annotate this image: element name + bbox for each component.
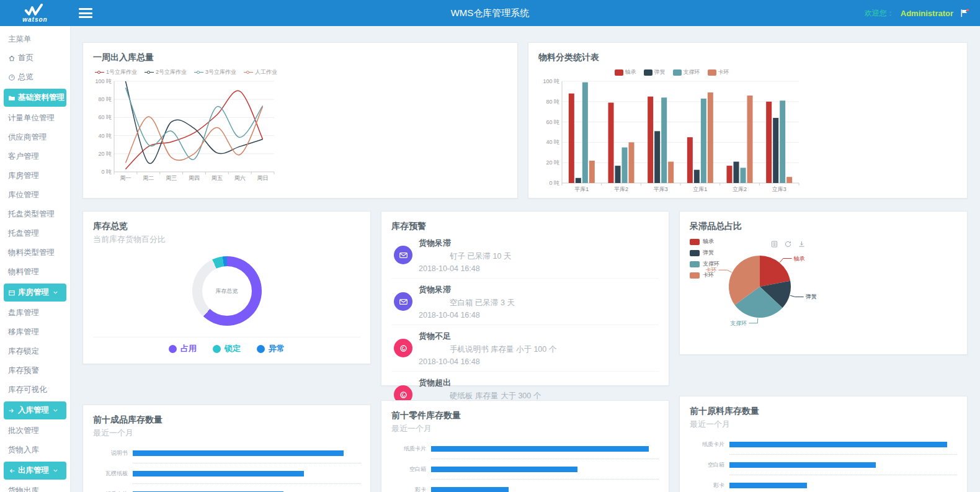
inventory-donut-chart[interactable]: 库存总览: [93, 245, 360, 337]
material-legend: 轴承弹簧支撑环卡环: [538, 68, 805, 76]
sidebar-item-12[interactable]: 库房管理: [4, 284, 66, 302]
sidebar-item-4[interactable]: 供应商管理: [0, 128, 70, 147]
sidebar-item-18[interactable]: 入库管理: [4, 401, 66, 419]
sidebar-item-9[interactable]: 托盘管理: [0, 224, 70, 243]
alert-title: 货物呆滞: [419, 238, 511, 249]
sidebar-item-20[interactable]: 货物入库: [0, 441, 70, 460]
alert-title: 货物超出: [419, 377, 541, 388]
legend-item[interactable]: 1号立库作业: [95, 68, 137, 76]
hbar-bar[interactable]: [729, 442, 947, 447]
hbar-divider: [133, 463, 360, 463]
weekly-io-line-chart[interactable]: 0 吨20 吨40 吨60 吨80 吨100 吨周一周二周三周四周五周六周日: [93, 76, 279, 187]
sidebar-item-22[interactable]: 货物出库: [0, 481, 70, 492]
legend-item[interactable]: 轴承: [615, 68, 636, 76]
hbar-bar[interactable]: [431, 467, 577, 472]
bar-平库1-弹簧: [576, 178, 581, 183]
sidebar-item-17[interactable]: 库存可视化: [0, 380, 70, 400]
sidebar-item-label: 移库管理: [8, 327, 39, 338]
svg-text:周二: 周二: [143, 175, 154, 181]
top-raw-bar-chart[interactable]: 纸质卡片空白箱彩卡说明书: [690, 439, 957, 492]
legend-item[interactable]: 支撑环: [673, 68, 700, 76]
svg-text:周四: 周四: [189, 175, 200, 181]
sidebar-item-8[interactable]: 托盘类型管理: [0, 205, 70, 224]
legend-item-卡环[interactable]: 卡环: [690, 271, 719, 279]
stagnant-pie-chart[interactable]: 轴承弹簧支撑环卡环: [690, 232, 956, 336]
hbar-bar[interactable]: [431, 487, 509, 492]
svg-text:周六: 周六: [234, 175, 246, 181]
sidebar-item-label: 库房管理: [8, 171, 39, 181]
sidebar-item-6[interactable]: 库房管理: [0, 166, 70, 186]
legend-item[interactable]: 2号立库作业: [145, 68, 187, 76]
bar-立库2-轴承: [727, 166, 733, 183]
notification-flag-icon[interactable]: [960, 8, 970, 18]
hbar-label: 纸质卡片: [690, 441, 724, 449]
app-logo[interactable]: watson: [0, 0, 70, 26]
data-view-icon[interactable]: [770, 240, 778, 248]
alert-row[interactable]: 货物不足手机说明书 库存量 小于 100 个2018-10-04 16:48: [391, 324, 659, 371]
alert-list: 货物呆滞钉子 已呆滞 10 天2018-10-04 16:48货物呆滞空白箱 已…: [391, 232, 659, 418]
sidebar-item-2[interactable]: 基础资料管理: [4, 89, 66, 107]
sidebar-item-21[interactable]: 出库管理: [4, 462, 66, 480]
svg-text:100 吨: 100 吨: [543, 78, 559, 84]
envelope-icon: [394, 246, 412, 264]
top-finished-bar-chart[interactable]: 说明书瓦楞纸板纸质卡片空白箱: [93, 447, 360, 492]
card-stock-alerts: 库存预警 货物呆滞钉子 已呆滞 10 天2018-10-04 16:48货物呆滞…: [381, 211, 669, 386]
svg-text:60 吨: 60 吨: [98, 114, 112, 120]
hbar-bar[interactable]: [729, 483, 807, 488]
hbar-label: 彩卡: [391, 486, 426, 492]
sidebar-item-1[interactable]: 总览: [0, 68, 70, 87]
card-title-top-finished: 前十成品库存数量: [93, 414, 360, 426]
legend-item[interactable]: 弹簧: [644, 68, 666, 76]
legend-item-异常[interactable]: 异常: [257, 343, 285, 354]
sidebar-item-10[interactable]: 物料类型管理: [0, 243, 70, 262]
hbar-row: 纸质卡片: [690, 439, 957, 450]
alert-row[interactable]: 货物呆滞钉子 已呆滞 10 天2018-10-04 16:48: [391, 232, 659, 278]
sidebar-item-14[interactable]: 移库管理: [0, 323, 70, 342]
legend-item-支撑环[interactable]: 支撑环: [690, 260, 719, 268]
sidebar-item-13[interactable]: 盘库管理: [0, 303, 70, 323]
hbar-bar[interactable]: [729, 462, 876, 468]
sidebar-item-11[interactable]: 物料管理: [0, 262, 70, 282]
sidebar-item-15[interactable]: 库存锁定: [0, 342, 70, 361]
line-series-1号立库作业: [125, 91, 262, 169]
hbar-bar[interactable]: [133, 471, 304, 476]
hamburger-menu-icon[interactable]: [79, 8, 92, 18]
hbar-bar[interactable]: [133, 450, 344, 456]
legend-item[interactable]: 3号立库作业: [194, 68, 236, 76]
sidebar-item-16[interactable]: 库存预警: [0, 361, 70, 380]
legend-item-锁定[interactable]: 锁定: [213, 343, 241, 354]
legend-item[interactable]: 卡环: [708, 68, 729, 76]
download-icon[interactable]: [798, 240, 806, 248]
legend-item[interactable]: 人工作业: [244, 68, 277, 76]
donut-center-label: 库存总览: [216, 287, 238, 295]
card-title-material: 物料分类统计表: [538, 52, 957, 63]
sidebar-item-5[interactable]: 客户管理: [0, 147, 70, 166]
current-username[interactable]: Administrator: [901, 9, 953, 18]
sidebar-item-label: 托盘类型管理: [8, 209, 55, 220]
material-bar-chart[interactable]: 0 吨20 吨40 吨60 吨80 吨100 吨平库1平库2平库3立库1立库2立…: [538, 76, 805, 198]
sidebar-item-3[interactable]: 计量单位管理: [0, 109, 70, 128]
alert-title: 货物呆滞: [419, 284, 515, 295]
bar-立库2-支撑环: [741, 168, 746, 183]
legend-item-轴承[interactable]: 轴承: [690, 238, 719, 246]
alert-row[interactable]: 货物呆滞空白箱 已呆滞 3 天2018-10-04 16:48: [391, 278, 659, 324]
legend-item-弹簧[interactable]: 弹簧: [690, 249, 719, 257]
bar-平库3-轴承: [648, 97, 653, 183]
sidebar-item-7[interactable]: 库位管理: [0, 186, 70, 205]
svg-text:轴承: 轴承: [794, 256, 805, 262]
refresh-icon[interactable]: [784, 240, 792, 248]
sidebar-item-19[interactable]: 批次管理: [0, 421, 70, 441]
bar-平库2-卡环: [629, 142, 635, 183]
hbar-row: 瓦楞纸板: [93, 468, 360, 479]
sidebar-section-label: 主菜单: [0, 26, 70, 48]
hbar-divider: [431, 458, 659, 459]
donut-ring: 库存总览: [192, 256, 262, 326]
sidebar-item-0[interactable]: 首页: [0, 48, 70, 68]
alert-time: 2018-10-04 16:48: [419, 264, 511, 273]
hbar-bar[interactable]: [431, 446, 649, 452]
svg-text:80 吨: 80 吨: [98, 96, 112, 102]
sidebar-nav: 主菜单 首页总览基础资料管理计量单位管理供应商管理客户管理库房管理库位管理托盘类…: [0, 26, 70, 492]
legend-item-占用[interactable]: 占用: [169, 343, 197, 354]
main-content: 一周出入库总量 1号立库作业2号立库作业3号立库作业人工作业 0 吨20 吨40…: [70, 26, 980, 492]
top-parts-bar-chart[interactable]: 纸质卡片空白箱彩卡说明书: [391, 443, 659, 492]
